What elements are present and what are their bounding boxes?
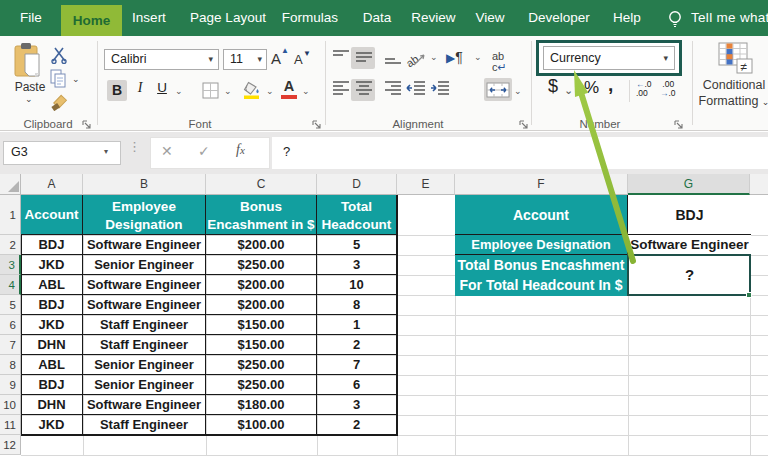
svg-text:≠: ≠ bbox=[741, 60, 748, 74]
